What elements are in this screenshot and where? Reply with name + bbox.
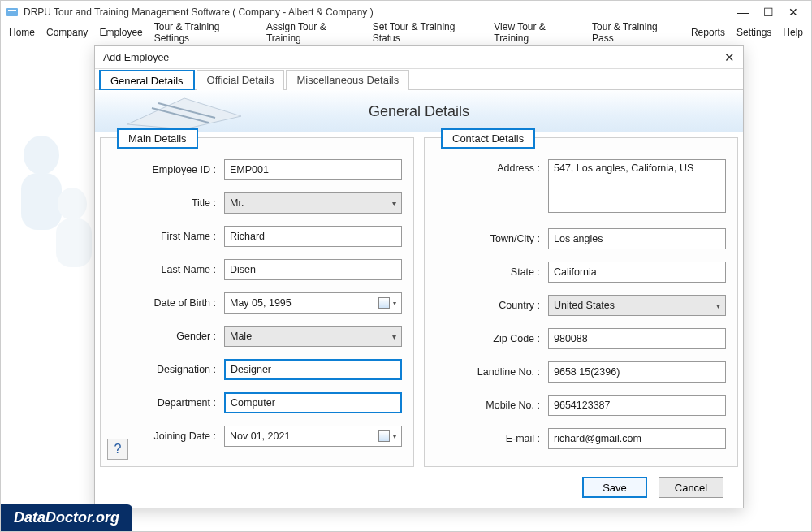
mobile-input[interactable] [548,395,726,416]
last-name-input[interactable] [224,259,402,280]
menu-company[interactable]: Company [46,27,88,38]
close-button[interactable]: ✕ [788,6,798,19]
first-name-input[interactable] [224,226,402,247]
section-header: General Details [95,90,743,132]
menu-employee[interactable]: Employee [99,27,142,38]
menu-assign-tour-training[interactable]: Assign Tour & Training [266,21,361,44]
svg-rect-1 [8,10,16,11]
state-input[interactable] [548,262,726,283]
main-details-group: Main Details Employee ID : Title : Mr.▾ … [100,137,414,467]
minimize-button[interactable]: — [737,6,749,19]
country-label: Country : [436,300,540,311]
cancel-button[interactable]: Cancel [659,477,723,498]
zip-label: Zip Code : [436,333,540,344]
add-employee-dialog: Add Employee ✕ General Details Official … [94,45,744,508]
employee-id-input[interactable] [224,159,402,180]
svg-rect-5 [56,218,92,267]
first-name-label: First Name : [112,231,216,242]
email-label[interactable]: E-mail : [436,433,540,444]
town-label: Town/City : [436,233,540,244]
maximize-button[interactable]: ☐ [763,6,774,19]
landline-label: Landline No. : [436,366,540,378]
joining-datepicker[interactable]: Nov 01, 2021▾ [224,426,402,447]
zip-input[interactable] [548,328,726,349]
menu-set-status[interactable]: Set Tour & Training Status [373,21,483,44]
menu-tour-training-pass[interactable]: Tour & Training Pass [592,21,680,44]
question-icon: ? [114,442,122,456]
datadoctor-logo: DataDoctor.org [1,504,132,531]
svg-marker-6 [127,98,241,129]
tab-general-details[interactable]: General Details [99,70,195,90]
svg-point-4 [58,188,87,220]
dialog-button-row: Save Cancel [582,477,723,498]
dialog-titlebar: Add Employee ✕ [95,46,743,69]
menu-home[interactable]: Home [9,27,35,38]
address-textarea[interactable] [548,159,726,213]
email-input[interactable] [548,428,726,449]
window-title: DRPU Tour and Training Management Softwa… [24,6,737,18]
last-name-label: Last Name : [112,264,216,275]
dob-datepicker[interactable]: May 05, 1995▾ [224,292,402,314]
menu-view-tour-training[interactable]: View Tour & Training [494,21,581,44]
menu-tour-training-settings[interactable]: Tour & Training Settings [154,21,255,44]
designation-label: Designation : [112,364,216,375]
gender-select[interactable]: Male▾ [224,326,402,347]
town-input[interactable] [548,228,726,249]
state-label: State : [436,266,540,278]
menu-settings[interactable]: Settings [736,27,771,38]
country-select[interactable]: United States▾ [548,295,726,316]
address-label: Address : [436,162,540,174]
svg-point-2 [24,136,59,175]
mobile-label: Mobile No. : [436,400,540,411]
chevron-down-icon: ▾ [392,332,396,341]
designation-input[interactable] [224,359,402,380]
svg-rect-3 [21,173,62,230]
tab-official-details[interactable]: Official Details [197,70,285,90]
chevron-down-icon: ▾ [393,300,396,307]
app-icon [6,6,19,19]
chevron-down-icon: ▾ [716,301,720,310]
menu-help[interactable]: Help [783,27,803,38]
department-label: Department : [112,397,216,409]
menu-reports[interactable]: Reports [691,27,725,38]
calendar-icon [378,297,390,309]
dialog-close-button[interactable]: ✕ [724,50,735,65]
title-select[interactable]: Mr.▾ [224,192,402,214]
background-illustration [9,123,98,301]
main-details-label: Main Details [117,128,198,149]
department-input[interactable] [224,392,402,413]
main-menubar: Home Company Employee Tour & Training Se… [1,24,811,41]
employee-id-label: Employee ID : [112,164,216,175]
dob-label: Date of Birth : [112,297,216,309]
contact-details-group: Contact Details Address : Town/City : St… [424,137,738,467]
notebook-illustration [119,92,249,131]
tab-misc-details[interactable]: Miscellaneous Details [286,70,409,90]
calendar-icon [378,430,390,442]
gender-label: Gender : [112,331,216,342]
save-button[interactable]: Save [582,477,647,498]
dialog-title-text: Add Employee [103,52,169,63]
section-heading: General Details [369,103,469,120]
chevron-down-icon: ▾ [393,433,396,440]
landline-input[interactable] [548,361,726,383]
contact-details-label: Contact Details [441,128,535,149]
help-button[interactable]: ? [107,439,128,460]
chevron-down-icon: ▾ [392,199,396,208]
dialog-tabs: General Details Official Details Miscell… [95,69,743,90]
title-label: Title : [112,197,216,209]
svg-rect-0 [6,8,18,16]
